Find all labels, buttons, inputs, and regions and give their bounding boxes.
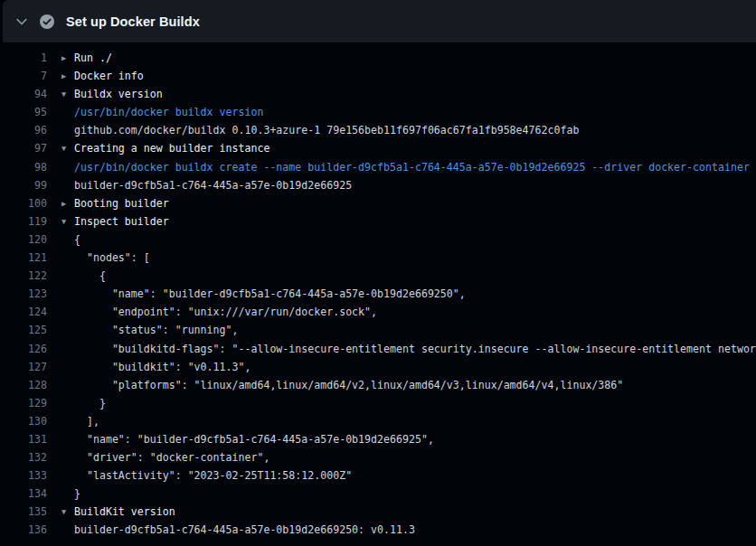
log-group-header[interactable]: ▼Creating a new builder instance: [61, 139, 269, 157]
log-line: 134}: [0, 485, 756, 503]
step-header[interactable]: Set up Docker Buildx: [3, 0, 756, 42]
line-number-link[interactable]: 95: [0, 103, 47, 121]
log-output-text: "platforms": "linux/amd64,linux/amd64/v2…: [74, 376, 623, 394]
log-line: 94▼Buildx version: [0, 85, 756, 103]
log-group-title[interactable]: BuildKit version: [74, 503, 175, 521]
log-line: 96github.com/docker/buildx 0.10.3+azure-…: [0, 121, 756, 139]
log-line: 99builder-d9cfb5a1-c764-445a-a57e-0b19d2…: [0, 176, 756, 194]
log-line: 100▶Booting builder: [0, 194, 756, 212]
disclosure-triangle-expanded-icon[interactable]: ▼: [61, 503, 69, 521]
log-group-header[interactable]: ▼BuildKit version: [61, 503, 175, 521]
line-number-link[interactable]: 99: [0, 176, 47, 194]
disclosure-triangle-expanded-icon[interactable]: ▼: [61, 85, 69, 103]
log-line: 1▶Run ./: [0, 49, 756, 67]
log-line: 136builder-d9cfb5a1-c764-445a-a57e-0b19d…: [0, 521, 756, 539]
log-group-title[interactable]: Buildx version: [74, 85, 163, 103]
line-number-link[interactable]: 135: [0, 503, 47, 521]
disclosure-triangle-expanded-icon[interactable]: ▼: [61, 139, 69, 157]
log-line: 131 "name": "builder-d9cfb5a1-c764-445a-…: [0, 430, 756, 448]
line-number-link[interactable]: 97: [0, 139, 47, 157]
log-group-header[interactable]: ▶Booting builder: [61, 194, 169, 212]
log-group-header[interactable]: ▼Buildx version: [61, 85, 163, 103]
log-line: 122 {: [0, 267, 756, 285]
log-output-text: "driver": "docker-container",: [74, 448, 269, 466]
log-line: 7▶Docker info: [0, 67, 756, 85]
log-group-header[interactable]: ▶Docker info: [61, 67, 144, 85]
line-number-link[interactable]: 100: [0, 194, 47, 212]
log-output-text: }: [74, 485, 80, 503]
log-line: 133 "lastActivity": "2023-02-25T11:58:12…: [0, 466, 756, 485]
line-number-link[interactable]: 1: [0, 49, 47, 67]
line-number-link[interactable]: 120: [0, 231, 47, 249]
log-output-text: "lastActivity": "2023-02-25T11:58:12.000…: [74, 466, 352, 485]
log-output-text: "nodes": [: [74, 249, 150, 267]
log-output-text: github.com/docker/buildx 0.10.3+azure-1 …: [74, 121, 579, 139]
log-line: 119▼Inspect builder: [0, 212, 756, 231]
line-number-link[interactable]: 126: [0, 340, 47, 358]
log-line: 128 "platforms": "linux/amd64,linux/amd6…: [0, 376, 756, 394]
disclosure-triangle-collapsed-icon[interactable]: ▶: [61, 49, 69, 67]
log-line: 98/usr/bin/docker buildx create --name b…: [0, 158, 756, 176]
disclosure-triangle-expanded-icon[interactable]: ▼: [61, 212, 69, 231]
log-output-text: "buildkitd-flags": "--allow-insecure-ent…: [74, 340, 756, 358]
line-number-link[interactable]: 127: [0, 358, 47, 376]
log-line: 132 "driver": "docker-container",: [0, 448, 756, 466]
line-number-link[interactable]: 128: [0, 376, 47, 394]
line-number-link[interactable]: 124: [0, 303, 47, 321]
log-output-text: "name": "builder-d9cfb5a1-c764-445a-a57e…: [74, 285, 466, 303]
log-line: 97▼Creating a new builder instance: [0, 139, 756, 157]
line-number-link[interactable]: 136: [0, 521, 47, 539]
log-output-text: "endpoint": "unix:///var/run/docker.sock…: [74, 303, 377, 321]
log-area: 1▶Run ./7▶Docker info94▼Buildx version95…: [0, 49, 756, 540]
log-line: 130 ],: [0, 412, 756, 430]
log-line: 124 "endpoint": "unix:///var/run/docker.…: [0, 303, 756, 321]
line-number-link[interactable]: 7: [0, 67, 47, 85]
log-output-text: builder-d9cfb5a1-c764-445a-a57e-0b19d2e6…: [74, 176, 352, 194]
line-number-link[interactable]: 130: [0, 412, 47, 430]
line-number-link[interactable]: 119: [0, 212, 47, 231]
log-output-text: "name": "builder-d9cfb5a1-c764-445a-a57e…: [74, 430, 434, 448]
disclosure-triangle-collapsed-icon[interactable]: ▶: [61, 67, 69, 85]
log-line: 123 "name": "builder-d9cfb5a1-c764-445a-…: [0, 285, 756, 303]
check-circle-icon: [39, 14, 55, 30]
log-output-text: "buildkit": "v0.11.3",: [74, 358, 250, 376]
log-group-title[interactable]: Docker info: [74, 67, 144, 85]
log-line: 129 }: [0, 394, 756, 412]
line-number-link[interactable]: 134: [0, 485, 47, 503]
log-output-text: }: [74, 394, 106, 412]
log-group-header[interactable]: ▼Inspect builder: [61, 212, 169, 231]
log-line: 121 "nodes": [: [0, 249, 756, 267]
log-group-title[interactable]: Creating a new builder instance: [74, 139, 269, 157]
line-number-link[interactable]: 94: [0, 85, 47, 103]
line-number-link[interactable]: 132: [0, 448, 47, 466]
log-line: 127 "buildkit": "v0.11.3",: [0, 358, 756, 376]
log-group-title[interactable]: Booting builder: [74, 194, 169, 212]
line-number-link[interactable]: 123: [0, 285, 47, 303]
step-title: Set up Docker Buildx: [66, 14, 200, 29]
log-output-text: {: [74, 267, 106, 285]
log-output-text: ],: [74, 412, 99, 430]
line-number-link[interactable]: 131: [0, 430, 47, 448]
log-output-text: builder-d9cfb5a1-c764-445a-a57e-0b19d2e6…: [74, 521, 415, 539]
log-line: 95/usr/bin/docker buildx version: [0, 103, 756, 121]
log-line: 126 "buildkitd-flags": "--allow-insecure…: [0, 340, 756, 358]
log-group-title[interactable]: Inspect builder: [74, 212, 169, 231]
line-number-link[interactable]: 125: [0, 321, 47, 339]
chevron-down-icon[interactable]: [14, 14, 29, 29]
line-number-link[interactable]: 98: [0, 158, 47, 176]
log-group-title[interactable]: Run ./: [74, 49, 112, 67]
line-number-link[interactable]: 129: [0, 394, 47, 412]
log-line: 120{: [0, 231, 756, 249]
log-line: 135▼BuildKit version: [0, 503, 756, 521]
disclosure-triangle-collapsed-icon[interactable]: ▶: [61, 194, 69, 212]
log-output-text: {: [74, 231, 80, 249]
line-number-link[interactable]: 122: [0, 267, 47, 285]
log-group-header[interactable]: ▶Run ./: [61, 49, 112, 67]
log-command-text: /usr/bin/docker buildx create --name bui…: [74, 158, 750, 176]
log-line: 125 "status": "running",: [0, 321, 756, 339]
log-command-text: /usr/bin/docker buildx version: [74, 103, 263, 121]
line-number-link[interactable]: 133: [0, 466, 47, 485]
line-number-link[interactable]: 96: [0, 121, 47, 139]
line-number-link[interactable]: 121: [0, 249, 47, 267]
log-output-text: "status": "running",: [74, 321, 238, 339]
